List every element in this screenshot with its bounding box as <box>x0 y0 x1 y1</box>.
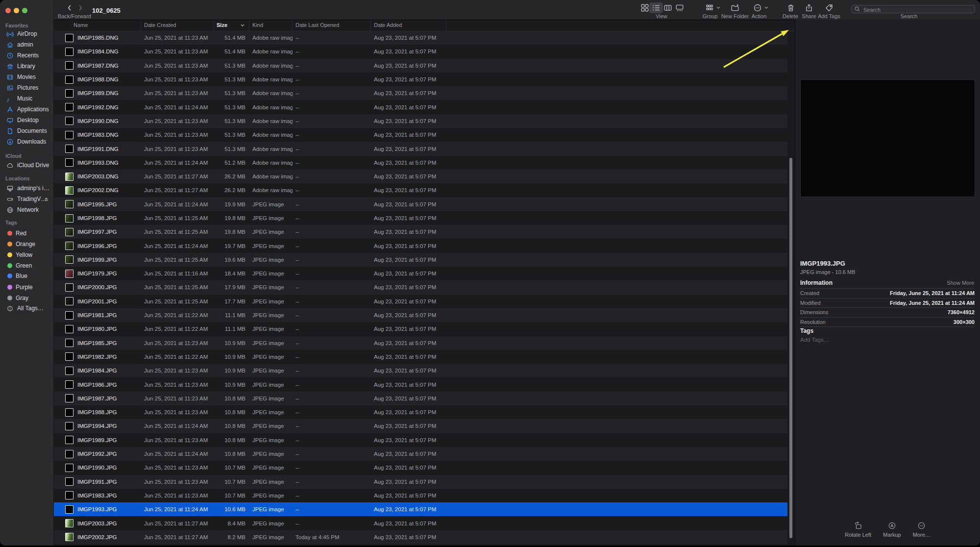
sidebar-item-pictures[interactable]: Pictures <box>2 82 52 93</box>
table-row[interactable]: IMGP1982.JPGJun 25, 2021 at 11:22 AM10.9… <box>54 350 787 364</box>
sidebar-item-network[interactable]: Network <box>2 204 52 215</box>
search-input[interactable] <box>862 5 972 14</box>
sidebar-item-tradingv[interactable]: TradingV… <box>2 194 52 204</box>
sidebar-item-applications[interactable]: Applications <box>2 104 52 115</box>
file-name-cell: IMGP2003.DNG <box>54 173 141 181</box>
minimize-window-button[interactable] <box>14 8 19 13</box>
table-row[interactable]: IMGP1987.JPGJun 25, 2021 at 11:23 AM10.8… <box>54 392 787 405</box>
table-row[interactable]: IMGP2003.JPGJun 25, 2021 at 11:27 AM8.4 … <box>54 516 787 530</box>
table-row[interactable]: IMGP1985.JPGJun 25, 2021 at 11:23 AM10.9… <box>54 336 787 350</box>
sidebar-item-gray[interactable]: Gray <box>2 293 52 303</box>
date-created-cell: Jun 25, 2021 at 11:23 AM <box>141 465 214 471</box>
table-row[interactable]: IMGP1989.JPGJun 25, 2021 at 11:23 AM10.8… <box>54 433 787 447</box>
list-view-icon[interactable] <box>652 3 661 12</box>
table-row[interactable]: IMGP2000.JPGJun 25, 2021 at 11:25 AM17.9… <box>54 280 787 294</box>
columns-view-icon[interactable] <box>663 3 672 12</box>
kind-cell: Adobe raw image <box>249 146 293 152</box>
sidebar-item-desktop[interactable]: Desktop <box>2 115 52 125</box>
sidebar-item-icloud-drive[interactable]: iCloud Drive <box>2 160 52 171</box>
table-row[interactable]: IMGP2002.JPGJun 25, 2021 at 11:27 AM8.2 … <box>54 530 787 544</box>
rotate-left-button[interactable]: Rotate Left <box>845 522 871 538</box>
table-row[interactable]: IMGP1990.JPGJun 25, 2021 at 11:23 AM10.7… <box>54 461 787 474</box>
back-button[interactable] <box>66 4 74 12</box>
sidebar-item-airdrop[interactable]: AirDrop <box>2 28 52 39</box>
table-row[interactable]: IMGP1998.JPGJun 25, 2021 at 11:25 AM19.8… <box>54 211 787 225</box>
action-button[interactable] <box>753 3 762 12</box>
group-button[interactable] <box>705 3 714 12</box>
table-row[interactable]: IMGP1992.JPGJun 25, 2021 at 11:24 AM10.8… <box>54 447 787 461</box>
sidebar-item-admin[interactable]: admin <box>2 39 52 50</box>
add-tags-field[interactable]: Add Tags… <box>800 337 829 343</box>
table-row[interactable]: IMGP1999.JPGJun 25, 2021 at 11:25 AM19.6… <box>54 253 787 267</box>
table-row[interactable]: IMGP1981.JPGJun 25, 2021 at 11:22 AM11.1… <box>54 308 787 322</box>
sidebar-item-music[interactable]: ♪Music <box>2 93 52 104</box>
sidebar-item-purple[interactable]: Purple <box>2 282 52 293</box>
table-row[interactable]: IMGP1984.JPGJun 25, 2021 at 11:23 AM10.9… <box>54 364 787 377</box>
table-row[interactable]: IMGP1979.JPGJun 25, 2021 at 11:16 AM18.4… <box>54 267 787 280</box>
table-row[interactable]: IMGP1991.DNGJun 25, 2021 at 11:23 AM51.3… <box>54 142 787 155</box>
table-row[interactable]: IMGP1993.JPGJun 25, 2021 at 11:24 AM10.6… <box>54 502 787 516</box>
gallery-view-icon[interactable] <box>675 3 684 12</box>
table-row[interactable]: IMGP1997.JPGJun 25, 2021 at 11:25 AM19.8… <box>54 225 787 239</box>
column-header-date-added[interactable]: Date Added <box>371 20 446 31</box>
table-row[interactable]: IMGP1985.DNGJun 25, 2021 at 11:23 AM51.4… <box>54 31 787 45</box>
sidebar-item-documents[interactable]: Documents <box>2 125 52 136</box>
grid-view-icon[interactable] <box>640 3 649 12</box>
table-row[interactable]: IMGP1988.DNGJun 25, 2021 at 11:23 AM51.3… <box>54 73 787 86</box>
sidebar-item-downloads[interactable]: Downloads <box>2 136 52 147</box>
table-row[interactable]: IMGP1993.DNGJun 25, 2021 at 11:24 AM51.2… <box>54 156 787 170</box>
column-header-date-created[interactable]: Date Created <box>141 20 214 31</box>
sidebar-item-yellow[interactable]: Yellow <box>2 249 52 260</box>
table-row[interactable]: IMGP2003.DNGJun 25, 2021 at 11:27 AM26.2… <box>54 170 787 183</box>
sidebar-item-recents[interactable]: Recents <box>2 50 52 61</box>
zoom-window-button[interactable] <box>22 8 27 13</box>
file-thumbnail <box>65 48 74 56</box>
delete-button[interactable] <box>786 3 795 12</box>
new-folder-button[interactable] <box>731 3 739 12</box>
show-more-link[interactable]: Show More <box>947 280 974 286</box>
close-window-button[interactable] <box>5 8 11 13</box>
table-row[interactable]: IMGP1989.DNGJun 25, 2021 at 11:23 AM51.3… <box>54 86 787 100</box>
date-last-opened-cell: -- <box>293 354 371 360</box>
column-header-date-last-opened[interactable]: Date Last Opened <box>293 20 371 31</box>
column-header-name[interactable]: Name <box>54 20 141 31</box>
table-row[interactable]: IMGP1983.JPGJun 25, 2021 at 11:23 AM10.7… <box>54 489 787 502</box>
sidebar-item-blue[interactable]: Blue <box>2 271 52 281</box>
sidebar-item-library[interactable]: Library <box>2 61 52 72</box>
vertical-scrollbar[interactable] <box>789 158 792 538</box>
file-name-cell: IMGP1993.DNG <box>54 158 141 167</box>
size-cell: 26.2 MB <box>214 174 249 179</box>
action-caption: Action <box>752 13 767 19</box>
sidebar-item-movies[interactable]: Movies <box>2 72 52 82</box>
search-field[interactable] <box>851 5 975 13</box>
table-row[interactable]: IMGP1983.DNGJun 25, 2021 at 11:23 AM51.3… <box>54 128 787 142</box>
table-row[interactable]: IMGP1996.JPGJun 25, 2021 at 11:24 AM19.7… <box>54 239 787 252</box>
add-tags-button[interactable] <box>825 3 833 12</box>
sidebar-item-adminp-s-im[interactable]: adminp's iM… <box>2 183 52 194</box>
table-row[interactable]: IMGP1980.JPGJun 25, 2021 at 11:22 AM11.1… <box>54 322 787 336</box>
table-row[interactable]: IMGP1991.JPGJun 25, 2021 at 11:23 AM10.7… <box>54 475 787 489</box>
share-button[interactable] <box>805 3 813 12</box>
sidebar-item-all-tags[interactable]: All Tags… <box>2 303 52 314</box>
more-button[interactable]: More… <box>913 522 931 538</box>
size-cell: 51.3 MB <box>214 146 249 152</box>
table-row[interactable]: IMGP2002.DNGJun 25, 2021 at 11:27 AM26.2… <box>54 183 787 197</box>
sidebar-item-orange[interactable]: Orange <box>2 239 52 249</box>
table-row[interactable]: IMGP1984.DNGJun 25, 2021 at 11:23 AM51.4… <box>54 45 787 58</box>
sidebar-item-green[interactable]: Green <box>2 260 52 271</box>
table-row[interactable]: IMGP1988.JPGJun 25, 2021 at 11:23 AM10.8… <box>54 405 787 419</box>
tag-color-dot <box>7 231 12 236</box>
markup-button[interactable]: Markup <box>883 522 901 538</box>
column-header-kind[interactable]: Kind <box>249 20 293 31</box>
column-header-size[interactable]: Size <box>214 20 249 31</box>
table-row[interactable]: IMGP1987.DNGJun 25, 2021 at 11:23 AM51.3… <box>54 59 787 73</box>
tag-color-dot <box>7 285 12 290</box>
table-row[interactable]: IMGP1986.JPGJun 25, 2021 at 11:23 AM10.9… <box>54 377 787 391</box>
table-row[interactable]: IMGP1992.DNGJun 25, 2021 at 11:24 AM51.3… <box>54 100 787 114</box>
forward-button[interactable] <box>76 4 84 12</box>
table-row[interactable]: IMGP1995.JPGJun 25, 2021 at 11:24 AM19.9… <box>54 198 787 211</box>
table-row[interactable]: IMGP2001.JPGJun 25, 2021 at 11:25 AM17.7… <box>54 295 787 308</box>
sidebar-item-red[interactable]: Red <box>2 228 52 239</box>
table-row[interactable]: IMGP1990.DNGJun 25, 2021 at 11:23 AM51.3… <box>54 114 787 128</box>
table-row[interactable]: IMGP1994.JPGJun 25, 2021 at 11:24 AM10.8… <box>54 419 787 433</box>
